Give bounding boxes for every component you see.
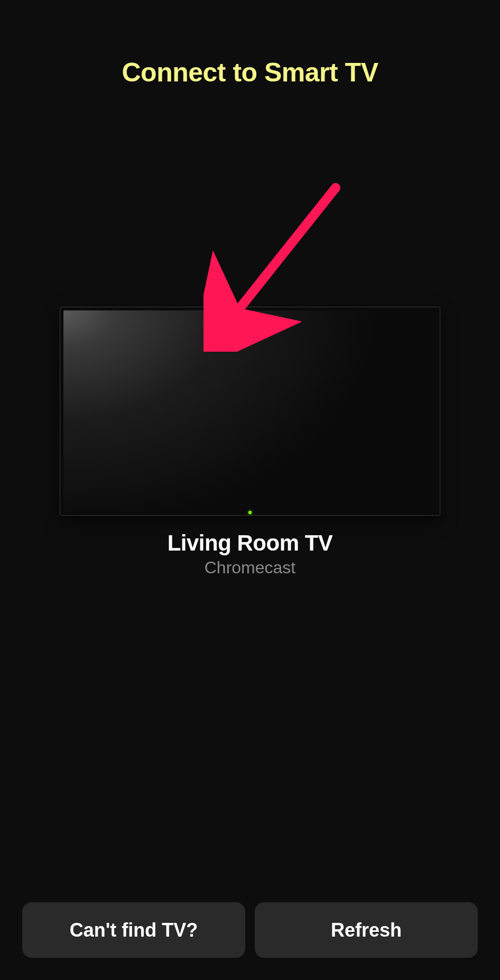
bottom-button-row: Can't find TV? Refresh [22,902,478,958]
page-title: Connect to Smart TV [0,0,500,88]
device-type-label: Chromecast [205,558,296,578]
device-card[interactable]: Living Room TV Chromecast [60,307,440,578]
device-name-label: Living Room TV [168,530,333,556]
tv-icon [60,307,440,516]
refresh-button[interactable]: Refresh [255,902,478,958]
tv-screen-icon [63,310,437,512]
cant-find-tv-button[interactable]: Can't find TV? [22,902,245,958]
tv-led-icon [248,511,252,514]
